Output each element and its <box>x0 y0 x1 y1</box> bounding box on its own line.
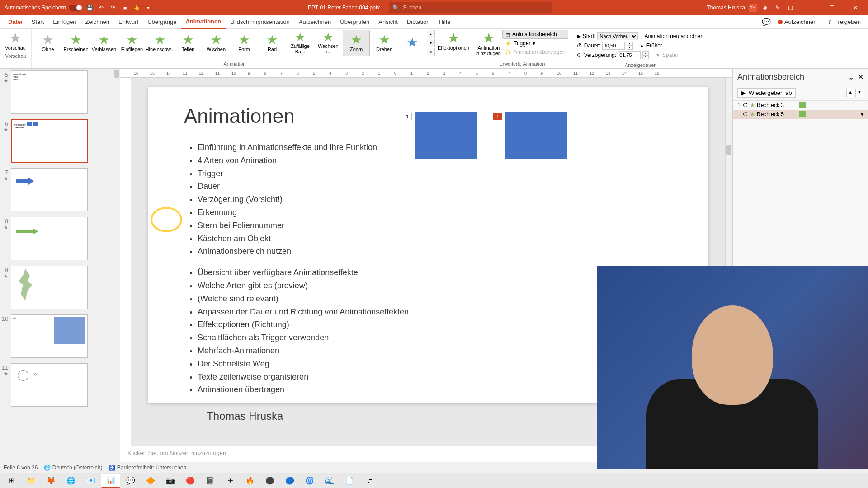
anim-rad[interactable]: Rad <box>259 30 286 56</box>
app-icon-3[interactable]: 🔴 <box>181 474 200 488</box>
anim-form[interactable]: Form <box>231 30 258 56</box>
thumbnail-panel[interactable]: 5★Animationen• text• text6★Animationen •… <box>0 69 113 462</box>
later-button[interactable]: Später <box>662 52 678 58</box>
anim-item-Rechteck-5[interactable]: ⏱★Rechteck 5▾ <box>733 110 868 119</box>
duration-input[interactable] <box>602 42 625 50</box>
qat-more-icon[interactable]: ▾ <box>144 3 153 12</box>
add-animation-button[interactable]: Animation hinzufügen <box>476 30 501 58</box>
start-menu-icon[interactable]: ⊞ <box>2 474 21 488</box>
pane-close-icon[interactable]: ✕ <box>858 73 863 81</box>
share-button[interactable]: ⇪Freigeben <box>824 18 864 26</box>
anim-zufällige ba...[interactable]: Zufällige Ba... <box>287 30 314 56</box>
tab-view[interactable]: Ansicht <box>374 15 402 29</box>
anim-tag-2[interactable]: 1 <box>493 113 502 120</box>
accessibility-status[interactable]: ♿ Barrierefreiheit: Untersuchen <box>108 465 186 471</box>
app-icon-4[interactable]: 🔥 <box>241 474 259 488</box>
outlook-icon[interactable]: 📧 <box>81 474 100 488</box>
anim-drehen[interactable]: Drehen <box>371 30 398 56</box>
gallery-more[interactable]: ≡ <box>427 48 435 56</box>
present-icon[interactable]: ▣ <box>120 3 129 12</box>
gallery-down[interactable]: ▾ <box>427 39 435 47</box>
minimize-button[interactable]: — <box>798 0 818 15</box>
search-box[interactable]: 🔍 <box>389 2 552 13</box>
powerpoint-icon[interactable]: 📊 <box>101 474 120 488</box>
anim-item-Rechteck-3[interactable]: 1⏱★Rechteck 3 <box>733 101 868 110</box>
edge-icon[interactable]: 🌊 <box>320 474 339 488</box>
earlier-button[interactable]: Früher <box>646 42 662 49</box>
language-status[interactable]: 🌐 Deutsch (Österreich) <box>44 465 102 471</box>
tab-review[interactable]: Überprüfen <box>335 15 374 29</box>
window-icon[interactable]: ▢ <box>786 3 795 12</box>
horizontal-ruler[interactable]: 1615141312111098765432101234567891011121… <box>120 69 732 78</box>
vertical-ruler[interactable] <box>120 78 131 446</box>
telegram-icon[interactable]: ✈ <box>221 474 240 488</box>
tab-slideshow[interactable]: Bildschirmpräsentation <box>226 15 294 29</box>
chrome-icon[interactable]: 🌐 <box>61 474 80 488</box>
explorer-icon[interactable]: 📁 <box>22 474 41 488</box>
maximize-button[interactable]: ☐ <box>822 0 842 15</box>
pane-dropdown-icon[interactable]: ⌄ <box>848 73 854 81</box>
effect-options-button[interactable]: Effektoptionen <box>441 30 466 52</box>
comments-icon[interactable]: 💬 <box>762 18 771 27</box>
record-button[interactable]: Aufzeichnen <box>774 18 821 26</box>
anim-hineinschw...[interactable]: Hineinschw... <box>146 30 174 56</box>
anim-einfliegen[interactable]: Einfliegen <box>118 30 146 56</box>
search-input[interactable] <box>403 5 548 11</box>
user-avatar[interactable]: TH <box>749 4 757 12</box>
undo-icon[interactable]: ↶ <box>97 3 106 12</box>
tab-file[interactable]: Datei <box>4 15 27 29</box>
gallery-up[interactable]: ▴ <box>427 30 435 38</box>
trigger-button[interactable]: ⚡Trigger▾ <box>502 39 568 47</box>
thumbnail-9[interactable] <box>11 266 88 309</box>
save-icon[interactable]: 💾 <box>85 3 94 12</box>
thumbnail-8[interactable] <box>11 217 88 260</box>
onenote-icon[interactable]: 📓 <box>201 474 220 488</box>
obs-icon[interactable]: ⚫ <box>260 474 279 488</box>
anim-extra[interactable] <box>399 30 426 56</box>
app-icon-1[interactable]: 💬 <box>121 474 140 488</box>
rectangle-3[interactable] <box>415 112 477 159</box>
anim-verblassen[interactable]: Verblassen <box>90 30 118 56</box>
tab-transitions[interactable]: Übergänge <box>143 15 181 29</box>
filename[interactable]: PPT 01 Roter Faden 004.pptx <box>308 5 380 11</box>
app-icon-2[interactable]: 📷 <box>161 474 180 488</box>
close-button[interactable]: ✕ <box>845 0 865 15</box>
diamond-icon[interactable]: ◈ <box>760 3 769 12</box>
move-down-button[interactable]: ▼ <box>855 89 863 97</box>
thumbnail-11[interactable]: ♡ <box>11 363 88 407</box>
username[interactable]: Thomas Hruska <box>707 5 745 11</box>
rectangle-5[interactable] <box>505 112 567 159</box>
thumb-scrollbar[interactable] <box>113 69 120 462</box>
app-icon-7[interactable]: 📄 <box>340 474 359 488</box>
anim-erscheinen[interactable]: Erscheinen <box>62 30 90 56</box>
tab-design[interactable]: Entwurf <box>114 15 143 29</box>
vlc-icon[interactable]: 🔶 <box>141 474 160 488</box>
delay-up[interactable]: ▴ <box>642 51 649 55</box>
app-icon-6[interactable]: 🌀 <box>300 474 319 488</box>
anim-wischen[interactable]: Wischen <box>203 30 230 56</box>
tab-animations[interactable]: Animationen <box>181 15 226 29</box>
move-up-button[interactable]: ▲ <box>846 89 854 97</box>
start-select[interactable]: Nach Vorher... <box>597 32 638 40</box>
redo-icon[interactable]: ↷ <box>108 3 118 12</box>
play-from-button[interactable]: ▶Wiedergeben ab <box>737 88 796 98</box>
slide-counter[interactable]: Folie 6 von 26 <box>4 465 38 471</box>
touch-icon[interactable]: 👆 <box>132 3 141 12</box>
app-icon-5[interactable]: 🔵 <box>280 474 299 488</box>
autosave-toggle[interactable]: Automatisches Speichern <box>5 5 82 11</box>
tab-record[interactable]: Aufzeichnen <box>294 15 336 29</box>
thumbnail-5[interactable]: Animationen• text• text <box>11 70 88 114</box>
thumbnail-7[interactable] <box>11 168 88 211</box>
anim-tag-1[interactable]: 1 <box>403 113 412 120</box>
tab-start[interactable]: Start <box>27 15 48 29</box>
app-icon-8[interactable]: 🗂 <box>360 474 379 488</box>
drop-icon[interactable]: ✎ <box>773 3 782 12</box>
thumbnail-10[interactable]: text <box>11 314 88 358</box>
preview-button[interactable]: Vorschau <box>3 30 28 52</box>
animation-painter-button[interactable]: ✨Animation übertragen <box>502 48 568 56</box>
toggle-switch[interactable] <box>69 5 82 11</box>
duration-up[interactable]: ▴ <box>627 42 633 46</box>
anim-teilen[interactable]: Teilen <box>175 30 202 56</box>
delay-down[interactable]: ▾ <box>642 55 649 59</box>
anim-zoom[interactable]: Zoom <box>343 30 370 56</box>
